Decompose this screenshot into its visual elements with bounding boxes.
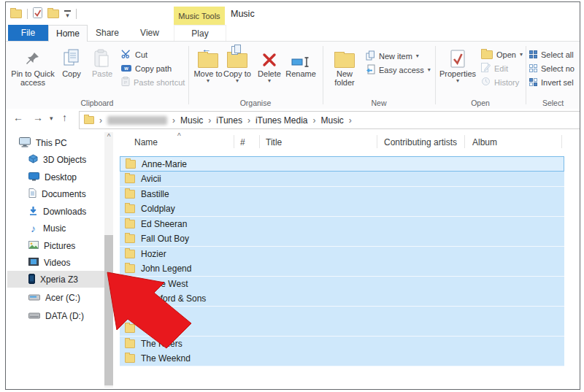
easy-access-button[interactable]: Easy access ▾ [366,63,431,77]
copy-to-button[interactable]: Copy to ▾ [223,45,252,84]
sidebar-item-this-pc[interactable]: This PC [19,135,67,151]
button-label: Open [496,50,516,59]
scissors-icon [121,50,131,60]
select-none-button[interactable]: Select no [529,61,575,75]
history-button[interactable]: History [481,75,523,89]
column-header-number[interactable]: # [240,137,245,147]
up-button[interactable]: ↑ [62,112,67,123]
rename-button[interactable]: Rename [284,45,318,78]
cut-button[interactable]: Cut [121,47,185,61]
open-button[interactable]: Open ▾ [481,47,523,61]
file-row[interactable]: The Weeknd [120,351,564,366]
sidebar-item-acer-c[interactable]: Acer (C:) [28,290,80,306]
back-button[interactable]: ← [13,112,23,123]
phone-icon [28,274,35,286]
window-folder-icon [10,9,22,18]
new-item-button[interactable]: New item ▾ [366,49,431,63]
column-divider[interactable] [234,135,234,148]
column-header-title[interactable]: Title [266,137,282,147]
chevron-right-icon: › [247,115,250,126]
file-row[interactable]: The Killers [120,337,564,352]
sidebar-item-xperia-z3[interactable]: Xperia Z3 [28,272,78,288]
open-small-buttons: Open ▾ Edit History [481,47,523,89]
content-area: This PC 3D Objects Desktop Documents Dow… [6,131,580,389]
ribbon-group-clipboard: Pin to Quick access Copy Paste [7,42,187,109]
breadcrumb-segment[interactable]: iTunes Media [256,115,308,126]
sidebar-item-pictures[interactable]: Pictures [28,238,75,254]
file-row[interactable]: Mumford & Sons [120,291,564,307]
file-row[interactable]: Kanye West [120,277,564,292]
sidebar-item-desktop[interactable]: Desktop [28,169,77,185]
ribbon: Pin to Quick access Copy Paste [6,41,580,109]
new-folder-button[interactable]: New folder [328,45,361,87]
file-row[interactable]: Ed Sheeran [120,217,564,232]
column-header-album[interactable]: Album [472,137,497,147]
recent-locations-dropdown[interactable]: ▾ [50,115,53,122]
invert-selection-button[interactable]: Invert sel [529,75,575,89]
file-row[interactable]: Anne-Marie [120,156,564,172]
delete-button[interactable]: Delete ▾ [255,45,284,84]
qat-customize-button[interactable]: ▾ [64,10,71,18]
select-all-button[interactable]: Select all [529,47,575,61]
column-divider[interactable] [259,135,260,148]
paste-shortcut-button[interactable]: P Paste shortcut [121,75,185,89]
sidebar-item-data-d[interactable]: DATA (D:) [28,308,84,324]
sidebar-item-music[interactable]: ♪ Music [28,220,66,237]
sidebar-item-3d-objects[interactable]: 3D Objects [28,152,86,168]
qat-properties-button[interactable] [33,7,42,21]
file-row[interactable] [120,307,564,322]
document-icon [28,188,36,200]
folder-icon [125,264,135,273]
tab-home[interactable]: Home [48,25,88,42]
file-row[interactable] [120,321,564,337]
rename-icon [291,45,310,69]
sidebar-scrollbar-thumb[interactable] [104,235,113,385]
column-divider[interactable] [561,135,562,148]
column-divider[interactable] [464,135,465,148]
move-to-button[interactable]: ← Move to ▾ [193,45,223,84]
breadcrumb-segment[interactable]: Music [321,115,344,126]
tab-share[interactable]: Share [86,25,128,41]
column-header-contributing-artists[interactable]: Contributing artists [384,137,457,147]
column-divider[interactable] [377,135,377,148]
group-label-new: New [323,99,434,107]
paste-button[interactable]: Paste [88,45,117,78]
tab-play[interactable]: Play [174,25,226,42]
edit-button[interactable]: Edit [481,61,523,75]
column-header-name[interactable]: Name [134,137,158,147]
chevron-right-icon: › [99,115,102,126]
address-bar: ← → ▾ ↑ › › Music › iTunes › iTunes Medi… [6,109,580,131]
pin-to-quick-access-button[interactable]: Pin to Quick access [10,45,55,87]
file-row[interactable]: Avicii [120,172,564,187]
copy-path-button[interactable]: w Copy path [121,61,185,75]
sidebar-item-videos[interactable]: Videos [28,255,70,271]
svg-text:P: P [124,80,127,85]
file-row[interactable]: John Legend [120,261,564,277]
scroll-up-arrow[interactable]: ^ [105,133,112,141]
file-row[interactable]: Coldplay [120,201,564,217]
file-row[interactable]: Bastille [120,187,564,202]
file-name: Bastille [141,189,169,199]
tab-view[interactable]: View [128,25,171,41]
edit-pencil-icon [481,63,491,74]
file-row[interactable]: Hozier [120,247,564,262]
ribbon-tab-bar: File Home Share View Play [6,25,580,41]
copy-button[interactable]: Copy [57,45,86,78]
tab-file[interactable]: File [8,25,48,41]
properties-button[interactable]: Properties ▾ [437,45,478,84]
file-row[interactable]: Fall Out Boy [120,231,564,247]
sidebar-item-downloads[interactable]: Downloads [28,204,86,220]
ribbon-group-organise: ← Move to ▾ Copy to ▾ Delete ▾ [189,42,322,109]
copy-icon [64,45,80,69]
sidebar-item-documents[interactable]: Documents [28,186,86,202]
folder-icon [125,354,135,363]
breadcrumb-segment[interactable]: Music [180,115,203,126]
forward-button[interactable]: → [33,112,43,123]
breadcrumb-segment[interactable]: iTunes [216,115,242,126]
qat-new-folder-button[interactable] [47,9,59,18]
button-label: Easy access [379,66,424,74]
breadcrumb[interactable]: › › Music › iTunes › iTunes Media › Musi… [79,111,580,129]
sidebar-item-label: Desktop [45,172,77,182]
select-all-icon [529,50,537,58]
group-label-open: Open [436,99,525,107]
